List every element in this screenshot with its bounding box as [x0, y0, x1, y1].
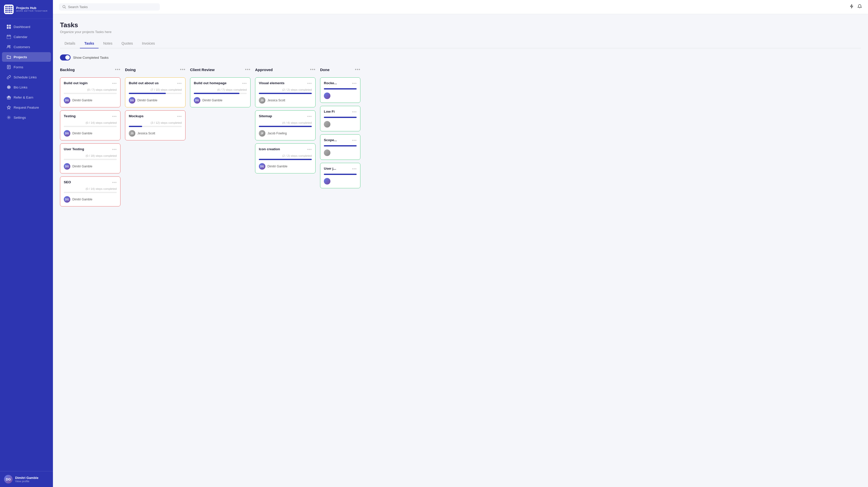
- task-steps: (0 / 7) steps completed: [64, 88, 117, 91]
- task-assignee: DG Dimitri Gamble: [64, 130, 117, 136]
- settings-icon: [6, 115, 11, 120]
- task-card[interactable]: Build out login ••• (0 / 7) steps comple…: [60, 78, 121, 108]
- task-header: Mockups •••: [129, 114, 182, 119]
- kanban-column-doing: Doing ••• Build out about us ••• (7 / 10…: [125, 66, 186, 482]
- task-header: SEO •••: [64, 180, 117, 185]
- task-menu-icon[interactable]: •••: [177, 114, 182, 119]
- assignee-avatar: JS: [259, 97, 266, 103]
- task-menu-icon[interactable]: •••: [112, 147, 117, 152]
- assignee-avatar: DG: [64, 196, 70, 203]
- task-header: User j... •••: [324, 166, 356, 171]
- sidebar-item-bio-links[interactable]: Bio Links: [2, 83, 51, 92]
- task-menu-icon[interactable]: •••: [112, 180, 117, 185]
- column-menu-icon[interactable]: •••: [245, 67, 250, 72]
- task-header: User Testing •••: [64, 147, 117, 152]
- task-title: Rocke...: [324, 81, 350, 85]
- task-menu-icon[interactable]: •••: [352, 138, 356, 143]
- svg-rect-2: [7, 27, 8, 29]
- user-name: Dimitri Gamble: [15, 476, 38, 480]
- sidebar-item-projects[interactable]: Projects: [2, 52, 51, 62]
- sidebar-item-dashboard[interactable]: Dashboard: [2, 22, 51, 31]
- bell-icon[interactable]: [858, 4, 862, 10]
- column-menu-icon[interactable]: •••: [115, 67, 121, 72]
- task-steps: (4 / 4) steps completed: [259, 121, 312, 124]
- sidebar-item-schedule-links[interactable]: Schedule Links: [2, 72, 51, 82]
- task-card[interactable]: User j... •••: [320, 163, 361, 188]
- sidebar-item-label: Settings: [13, 116, 26, 120]
- task-card[interactable]: Mockups ••• (3 / 12) steps completed JS …: [125, 111, 186, 141]
- column-menu-icon[interactable]: •••: [310, 67, 315, 72]
- search-bar[interactable]: [59, 3, 160, 10]
- sidebar-item-label: Refer & Earn: [13, 95, 33, 99]
- task-title: Build out login: [64, 81, 110, 85]
- task-menu-icon[interactable]: •••: [307, 147, 312, 152]
- header-icons: [849, 4, 862, 10]
- sidebar-item-calendar[interactable]: Calendar: [2, 32, 51, 41]
- task-menu-icon[interactable]: •••: [307, 81, 312, 86]
- progress-bar-fill: [324, 174, 356, 175]
- sidebar-item-settings[interactable]: Settings: [2, 113, 51, 122]
- sidebar-item-label: Schedule Links: [13, 75, 37, 79]
- task-menu-icon[interactable]: •••: [177, 81, 182, 86]
- task-menu-icon[interactable]: •••: [352, 81, 356, 86]
- search-input[interactable]: [68, 5, 156, 9]
- task-menu-icon[interactable]: •••: [352, 110, 356, 114]
- calendar-icon: [6, 34, 11, 39]
- task-menu-icon[interactable]: •••: [307, 114, 312, 119]
- progress-bar-fill: [324, 88, 356, 90]
- task-card[interactable]: Build out about us ••• (7 / 10) steps co…: [125, 78, 186, 108]
- task-header: Icon creation •••: [259, 147, 312, 152]
- task-card[interactable]: User Testing ••• (0 / 18) steps complete…: [60, 144, 121, 174]
- tab-notes[interactable]: Notes: [98, 39, 117, 49]
- task-steps: (2 / 2) steps completed: [259, 88, 312, 91]
- assignee-name: Dimitri Gamble: [268, 164, 287, 168]
- bolt-icon[interactable]: [849, 4, 854, 10]
- task-card[interactable]: Low Fi •••: [320, 106, 361, 131]
- tab-tasks[interactable]: Tasks: [80, 39, 99, 49]
- task-menu-icon[interactable]: •••: [112, 114, 117, 119]
- task-card[interactable]: Sitemap ••• (4 / 4) steps completed JF J…: [255, 111, 315, 141]
- column-menu-icon[interactable]: •••: [180, 67, 186, 72]
- user-profile[interactable]: DG Dimitri Gamble View profile: [0, 471, 53, 487]
- task-card[interactable]: Icon creation ••• (2 / 2) steps complete…: [255, 144, 315, 174]
- task-menu-icon[interactable]: •••: [242, 81, 247, 86]
- sidebar-item-refer-earn[interactable]: Refer & Earn: [2, 92, 51, 102]
- task-title: SEO: [64, 180, 110, 184]
- assignee-avatar: [324, 150, 331, 156]
- progress-bar-bg: [324, 145, 356, 147]
- task-assignee: JS Jessica Scott: [259, 97, 312, 103]
- sidebar-item-customers[interactable]: Customers: [2, 42, 51, 52]
- tab-details[interactable]: Details: [60, 39, 80, 49]
- svg-point-20: [63, 5, 65, 7]
- tab-quotes[interactable]: Quotes: [117, 39, 137, 49]
- task-card[interactable]: Build out homepage ••• (6 / 7) steps com…: [190, 78, 250, 108]
- tab-invoices[interactable]: Invoices: [137, 39, 159, 49]
- column-menu-icon[interactable]: •••: [355, 67, 361, 72]
- progress-bar-bg: [259, 126, 312, 127]
- task-menu-icon[interactable]: •••: [352, 166, 356, 171]
- logo: Projects Hub WORK BETTER TOGETHER: [0, 0, 53, 19]
- progress-bar-bg: [259, 93, 312, 94]
- sidebar-item-request-feature[interactable]: Request Feature: [2, 102, 51, 112]
- column-title: Backlog: [60, 67, 74, 72]
- task-title: Testing: [64, 114, 110, 118]
- show-completed-toggle[interactable]: [60, 55, 70, 61]
- task-card[interactable]: Visual elements ••• (2 / 2) steps comple…: [255, 78, 315, 108]
- progress-bar-bg: [259, 159, 312, 160]
- kanban-column-client-review: Client Review ••• Build out homepage •••…: [190, 66, 250, 482]
- column-title: Done: [320, 67, 330, 72]
- folder-icon: [6, 55, 11, 59]
- task-card[interactable]: Testing ••• (0 / 14) steps completed DG …: [60, 111, 121, 141]
- sidebar-item-label: Calendar: [13, 35, 28, 39]
- task-card[interactable]: SEO ••• (0 / 14) steps completed DG Dimi…: [60, 177, 121, 207]
- assignee-name: Dimitri Gamble: [137, 98, 157, 102]
- sidebar: Projects Hub WORK BETTER TOGETHER Dashbo…: [0, 0, 53, 487]
- task-card[interactable]: Scope... •••: [320, 134, 361, 160]
- progress-bar-bg: [129, 93, 182, 94]
- user-role: View profile: [15, 480, 38, 483]
- task-card[interactable]: Rocke... •••: [320, 78, 361, 103]
- svg-marker-22: [850, 4, 853, 8]
- sidebar-item-forms[interactable]: Forms: [2, 62, 51, 72]
- task-steps: (0 / 14) steps completed: [64, 121, 117, 124]
- task-menu-icon[interactable]: •••: [112, 81, 117, 86]
